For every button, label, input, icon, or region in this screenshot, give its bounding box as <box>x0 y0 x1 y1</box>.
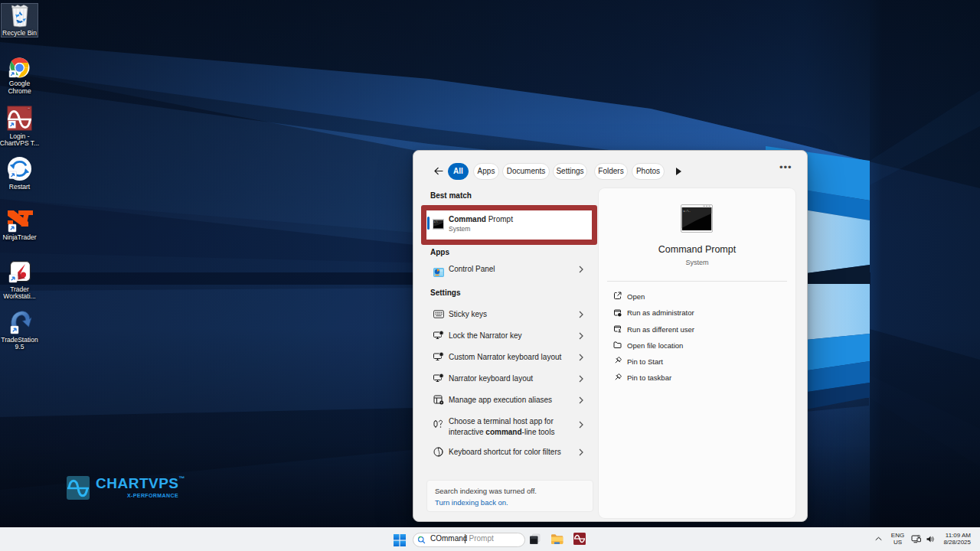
svg-text:C:\.: C:\. <box>684 210 691 213</box>
svg-text:C:\: C:\ <box>434 220 438 223</box>
